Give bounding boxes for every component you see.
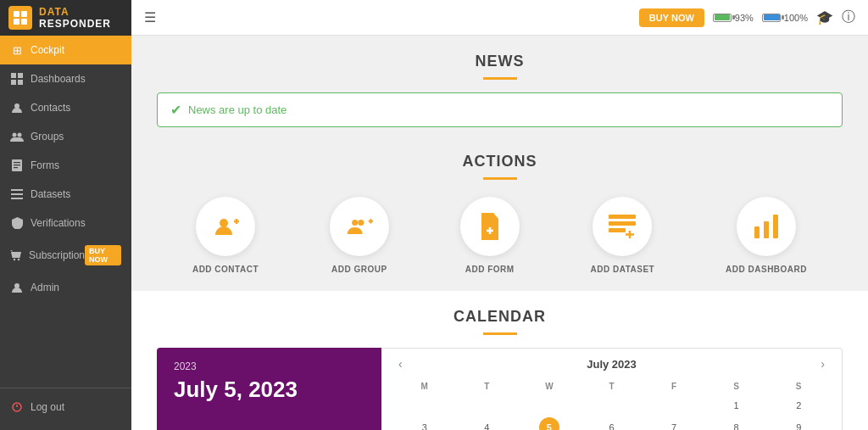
calendar-title: CALENDAR <box>157 308 843 326</box>
add-form-label: ADD FORM <box>465 265 515 274</box>
add-group-action[interactable]: ADD GROUP <box>330 197 389 274</box>
add-form-circle <box>460 197 520 256</box>
next-month-button[interactable]: › <box>816 357 829 371</box>
datasets-icon <box>10 187 24 201</box>
prev-month-button[interactable]: ‹ <box>394 357 407 371</box>
cal-day-4[interactable]: 4 <box>476 417 497 430</box>
svg-rect-5 <box>18 73 23 78</box>
help-icon[interactable]: ⓘ <box>842 8 855 26</box>
cal-day-2[interactable]: 2 <box>788 395 809 416</box>
svg-rect-32 <box>609 215 636 219</box>
topbar-right: BUY NOW 93% 100% 🎓 ⓘ <box>639 8 855 27</box>
svg-point-18 <box>14 259 15 260</box>
cal-day-1[interactable]: 1 <box>726 395 747 416</box>
svg-rect-4 <box>11 73 16 78</box>
add-dashboard-label: ADD DASHBOARD <box>726 265 807 274</box>
groups-icon <box>10 130 24 143</box>
calendar-year: 2023 <box>174 360 364 372</box>
sidebar-item-verifications[interactable]: Verifications <box>0 209 131 237</box>
svg-rect-7 <box>18 80 23 85</box>
cal-day-6[interactable]: 6 <box>601 417 621 430</box>
day-header-t2: T <box>581 379 643 394</box>
sidebar-item-dashboards[interactable]: Dashboards <box>0 64 131 93</box>
hamburger-icon[interactable]: ☰ <box>144 9 156 25</box>
actions-title: ACTIONS <box>157 153 843 170</box>
svg-rect-1 <box>21 11 27 17</box>
battery2-bar <box>762 14 781 22</box>
sidebar: DATARESPONDER ⊞ Cockpit Dashboards Conta… <box>0 0 131 430</box>
sidebar-item-subscription[interactable]: Subscription BUY NOW <box>0 237 131 273</box>
buy-now-button[interactable]: BUY NOW <box>639 8 704 27</box>
svg-rect-2 <box>14 19 19 25</box>
sidebar-item-groups[interactable]: Groups <box>0 122 131 151</box>
cockpit-icon: ⊞ <box>10 43 24 57</box>
topbar: ☰ BUY NOW 93% 100% 🎓 ⓘ <box>131 0 868 36</box>
svg-point-9 <box>13 133 17 137</box>
day-header-w: W <box>519 379 580 394</box>
day-header-f: F <box>643 379 704 394</box>
calendar-month-label: July 2023 <box>587 358 637 371</box>
cal-day-empty-1 <box>415 395 435 416</box>
verifications-icon <box>10 216 24 230</box>
svg-rect-33 <box>609 221 636 226</box>
calendar-grid: M T W T F S S 1 2 <box>394 379 829 430</box>
day-header-s2: S <box>768 379 829 394</box>
add-dashboard-circle <box>737 197 796 256</box>
day-header-t1: T <box>457 379 518 394</box>
news-banner: ✔ News are up to date <box>157 92 843 127</box>
svg-point-23 <box>220 219 228 227</box>
day-header-m: M <box>394 379 455 394</box>
add-dataset-action[interactable]: ADD DATASET <box>591 197 655 274</box>
add-group-label: ADD GROUP <box>331 265 387 274</box>
cal-day-8[interactable]: 8 <box>726 417 747 430</box>
calendar-section: CALENDAR 2023 July 5, 2023 ‹ July 2023 ›… <box>131 291 868 430</box>
sidebar-item-admin[interactable]: Admin <box>0 273 131 302</box>
calendar-date: July 5, 2023 <box>174 377 364 403</box>
cal-day-empty-5 <box>664 395 684 416</box>
logout-button[interactable]: Log out <box>0 393 131 422</box>
svg-rect-13 <box>14 165 20 165</box>
actions-grid: ADD CONTACT ADD GROUP <box>157 197 843 274</box>
svg-rect-38 <box>764 221 769 238</box>
sidebar-item-datasets[interactable]: Datasets <box>0 180 131 209</box>
sidebar-item-contacts[interactable]: Contacts <box>0 93 131 122</box>
news-status: News are up to date <box>188 103 287 116</box>
add-form-action[interactable]: ADD FORM <box>460 197 520 274</box>
add-contact-action[interactable]: ADD CONTACT <box>192 197 259 274</box>
day-header-s1: S <box>706 379 767 394</box>
calendar-layout: 2023 July 5, 2023 ‹ July 2023 › M T W T … <box>157 348 843 430</box>
news-section: NEWS ✔ News are up to date <box>131 36 868 140</box>
add-dashboard-action[interactable]: ADD DASHBOARD <box>726 197 807 274</box>
admin-icon <box>10 281 24 294</box>
buy-now-badge: BUY NOW <box>85 245 121 265</box>
news-underline <box>483 77 517 80</box>
svg-point-27 <box>358 220 364 226</box>
dashboards-icon <box>10 72 24 86</box>
add-dataset-label: ADD DATASET <box>591 265 655 274</box>
logout-icon <box>10 400 24 414</box>
battery2-fill <box>764 14 781 20</box>
cal-day-empty-3 <box>539 395 559 416</box>
graduation-icon[interactable]: 🎓 <box>816 9 833 25</box>
logo-text: DATARESPONDER <box>39 6 111 30</box>
battery1: 93% <box>713 13 754 23</box>
actions-underline <box>483 177 517 180</box>
cal-day-3[interactable]: 3 <box>415 417 435 430</box>
cal-day-9[interactable]: 9 <box>788 417 809 430</box>
page-content: NEWS ✔ News are up to date ACTIONS <box>131 36 868 430</box>
svg-point-10 <box>18 133 22 137</box>
battery1-fill <box>715 14 730 20</box>
forms-icon <box>10 159 24 172</box>
cal-day-7[interactable]: 7 <box>664 417 684 430</box>
add-contact-circle <box>196 197 255 256</box>
calendar-header: ‹ July 2023 › <box>394 357 829 371</box>
cal-day-5-today[interactable]: 5 <box>539 417 559 430</box>
svg-rect-15 <box>11 189 23 191</box>
svg-rect-12 <box>14 162 20 163</box>
news-title: NEWS <box>157 53 843 70</box>
logo-icon <box>8 6 32 30</box>
sidebar-item-forms[interactable]: Forms <box>0 151 131 180</box>
svg-rect-6 <box>11 80 16 85</box>
add-dataset-circle <box>593 197 652 256</box>
sidebar-item-cockpit[interactable]: ⊞ Cockpit <box>0 36 131 64</box>
